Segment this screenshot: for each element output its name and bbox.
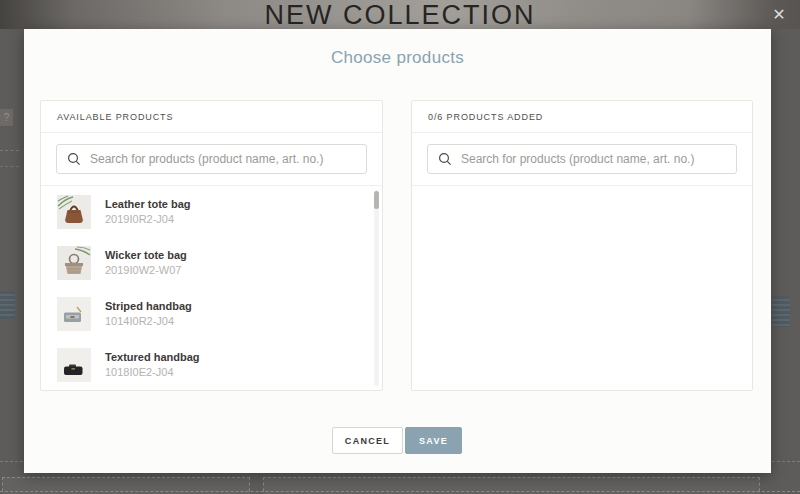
product-art-no: 2019I0W2-W07 <box>105 264 187 276</box>
wicker-tote-bag-thumb <box>57 246 91 280</box>
scrollbar-thumb[interactable] <box>374 191 379 209</box>
product-name: Leather tote bag <box>105 198 191 210</box>
available-products-header: AVAILABLE PRODUCTS <box>41 101 382 133</box>
textured-handbag-thumb <box>57 348 91 382</box>
product-name: Striped handbag <box>105 300 192 312</box>
scrollbar-track[interactable] <box>374 190 379 386</box>
background-hero-banner: NEW COLLECTION <box>0 0 800 29</box>
background-dashed-line <box>0 150 19 151</box>
product-art-no: 2019I0R2-J04 <box>105 213 191 225</box>
product-name: Wicker tote bag <box>105 249 187 261</box>
search-icon <box>67 152 81 166</box>
product-row[interactable]: Textured handbag1018I0E2-J04 <box>41 339 382 390</box>
added-products-header: 0/6 PRODUCTS ADDED <box>412 101 752 133</box>
leather-tote-bag-thumb <box>57 195 91 229</box>
product-row[interactable]: Leather tote bag2019I0R2-J04 <box>41 186 382 237</box>
cancel-button[interactable]: CANCEL <box>332 427 403 454</box>
background-help-badge: ? <box>0 109 13 126</box>
added-products-list <box>412 186 752 390</box>
background-dashed-line <box>0 166 19 167</box>
available-search-box <box>56 144 367 174</box>
search-icon <box>438 152 452 166</box>
added-search-row <box>412 133 752 186</box>
available-products-list: Leather tote bag2019I0R2-J04Wicker tote … <box>41 186 382 390</box>
background-page-title: NEW COLLECTION <box>0 0 800 29</box>
added-products-panel: 0/6 PRODUCTS ADDED <box>411 100 753 391</box>
added-search-input[interactable] <box>461 152 726 166</box>
available-search-input[interactable] <box>90 152 356 166</box>
close-icon[interactable]: ✕ <box>768 5 790 25</box>
choose-products-dialog: Choose products AVAILABLE PRODUCTS Leath… <box>24 29 771 473</box>
save-button[interactable]: SAVE <box>405 427 462 454</box>
available-products-panel: AVAILABLE PRODUCTS Leather tote bag2019I… <box>40 100 383 391</box>
product-name: Textured handbag <box>105 351 200 363</box>
added-search-box <box>427 144 737 174</box>
product-art-no: 1014I0R2-J04 <box>105 315 192 327</box>
background-card-icon <box>0 291 15 319</box>
available-search-row <box>41 133 382 186</box>
background-dashed-line <box>0 491 800 492</box>
product-row[interactable]: Wicker tote bag2019I0W2-W07 <box>41 237 382 288</box>
product-art-no: 1018I0E2-J04 <box>105 366 200 378</box>
background-card-icon <box>772 296 790 327</box>
product-row[interactable]: Striped handbag1014I0R2-J04 <box>41 288 382 339</box>
striped-handbag-thumb <box>57 297 91 331</box>
dialog-title: Choose products <box>24 48 771 68</box>
